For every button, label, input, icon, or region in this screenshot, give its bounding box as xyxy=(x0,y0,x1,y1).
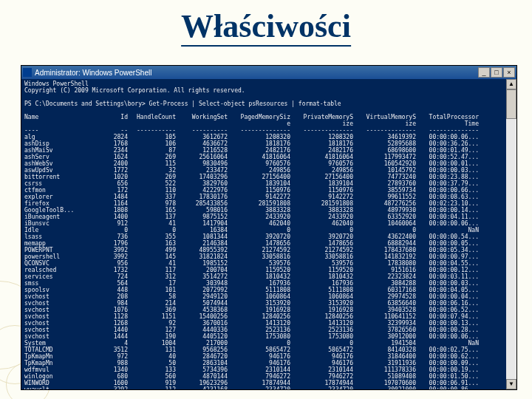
process-row: QCONSVC956411985152539576539576178380800… xyxy=(24,260,514,267)
process-row: winlogon68056048701447946272794627251089… xyxy=(24,373,514,380)
process-row: smss56417303948167936167936308428800:00:… xyxy=(24,280,514,287)
process-row: Idle0016384000 NaN xyxy=(24,227,514,233)
scroll-track[interactable] xyxy=(506,89,516,379)
process-row: TpKmapMn98850286310494617694617631911936… xyxy=(24,360,514,366)
scroll-down-button[interactable]: ▼ xyxy=(506,379,516,389)
minimize-button[interactable]: _ xyxy=(478,67,490,78)
blank-line xyxy=(24,107,514,114)
process-row: explorer14843371783017691422729142272996… xyxy=(24,194,514,200)
process-row: firefox116497828543385628159180828159180… xyxy=(24,200,514,207)
process-row: svchost208582949120106086410608642997452… xyxy=(24,293,514,300)
process-row: WINWORD160091919623296178749441787494419… xyxy=(24,380,514,386)
scrollbar[interactable]: ▲ ▼ xyxy=(506,79,516,389)
process-row: iBuneagent140013798751522433920243392063… xyxy=(24,214,514,220)
powershell-window: Administrator: Windows PowerShell _ □ × … xyxy=(21,65,517,390)
process-row: GoogleToolB...18081655980163883328388332… xyxy=(24,207,514,214)
process-row: POWERPNT39924994895539221274592212745921… xyxy=(24,247,514,253)
process-row: wuauclt329211242311682334720233472030021… xyxy=(24,386,514,389)
slide-title: Właściwości xyxy=(181,7,351,47)
process-row: svchost107636945383681916928191692839403… xyxy=(24,307,514,313)
process-row: powershell399214531821824330588163305881… xyxy=(24,253,514,260)
banner-line: Copyright (C) 2009 Microsoft Corporation… xyxy=(24,87,514,94)
process-row: svchost144012744403362523136252313637826… xyxy=(24,327,514,333)
process-row: ashDisp176810646366721818176181817652895… xyxy=(24,140,514,147)
header-row: e ize ize Time xyxy=(24,120,514,127)
process-row: TpKmapMn97240284672094617694617631846400… xyxy=(24,353,514,360)
header-row: ----------------------------------------… xyxy=(24,127,514,134)
blank-line xyxy=(24,94,514,100)
window-title: Administrator: Windows PowerShell xyxy=(35,69,478,77)
process-row: iBunsvc912411417904462040462040104600640… xyxy=(24,220,514,227)
process-row: spoolsv448101207299251118085111808603171… xyxy=(24,287,514,293)
process-row: ashWebSv24001159830496976057697605761605… xyxy=(24,160,514,167)
process-row: TOTALCMD35121319568256586547258654728414… xyxy=(24,347,514,353)
process-row: aswUpdSv17723223347224985624985610145792… xyxy=(24,167,514,174)
process-row: svchost126892367001614131201413120323999… xyxy=(24,320,514,327)
process-row: memapp1796163214638414786561478656688829… xyxy=(24,240,514,247)
process-row: realsched1732117200704115952011595209151… xyxy=(24,267,514,273)
banner-line: Windows PowerShell xyxy=(24,81,514,87)
process-row: svchost144419044051201753080175308030912… xyxy=(24,333,514,340)
close-button[interactable]: × xyxy=(503,67,515,78)
titlebar[interactable]: Administrator: Windows PowerShell _ □ × xyxy=(21,66,516,79)
process-row: ashServ162426925616064418160644181606411… xyxy=(24,154,514,160)
process-row: ashMaiSv23448712165282482176248217668698… xyxy=(24,147,514,154)
process-row: alg2824105361267212083201208320346193920… xyxy=(24,134,514,140)
header-row: NameIdHandleCountWorkingSetPagedMemorySi… xyxy=(24,114,514,120)
scroll-up-button[interactable]: ▲ xyxy=(506,79,516,89)
process-row: csrss65652238297601839104183910427893760… xyxy=(24,180,514,187)
process-row: ctfmon1721104222976115097611509763855973… xyxy=(24,187,514,194)
process-row: svchost984214507494431539203153920638566… xyxy=(24,300,514,307)
process-row: System41004217000001941504 NaN xyxy=(24,340,514,347)
app-icon xyxy=(23,68,32,77)
maximize-button[interactable]: □ xyxy=(491,67,502,78)
scroll-thumb[interactable] xyxy=(506,89,516,119)
process-row: bittorrent102026917403296271564002715640… xyxy=(24,174,514,180)
console-output[interactable]: Windows PowerShell Copyright (C) 2009 Mi… xyxy=(21,79,516,389)
process-row: svchost112811511540025612840256128402561… xyxy=(24,313,514,320)
process-row: wdfmvul134013357343962310144231014411137… xyxy=(24,366,514,373)
prompt-line: PS C:\Documents and Settings\bory> Get-P… xyxy=(24,100,514,107)
process-row: lsass73635510813443920720392072043622400… xyxy=(24,233,514,240)
process-row: services72431235142721810432181043222323… xyxy=(24,273,514,280)
